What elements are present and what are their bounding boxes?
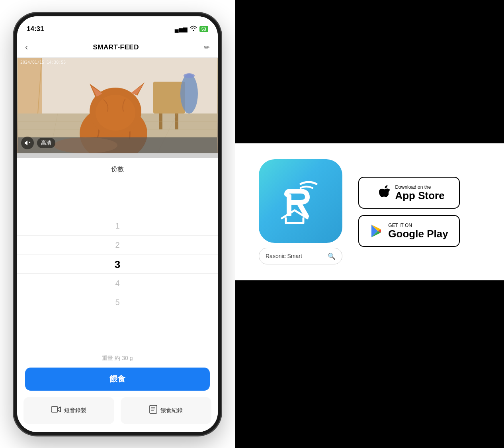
edit-button[interactable]: ✏ [204,43,210,52]
bottom-actions: 短音錄製 餵食紀錄 [17,397,218,432]
svg-rect-27 [51,407,58,412]
weight-label: 重量 約 30 g [17,352,218,368]
app-store-text-col: Download on the App Store [395,184,444,202]
nav-title: SMART-FEED [93,43,139,51]
right-panel: Rasonic Smart 🔍 Download on the App Stor… [235,0,504,448]
signal-icon: ▄▅▆ [175,26,188,32]
svg-point-7 [180,74,198,113]
status-icons: ▄▅▆ 53 [175,25,208,32]
svg-rect-28 [150,405,157,413]
picker-section: 份數 1 2 3 4 5 重量 約 30 g 餵食 [17,158,218,432]
back-button[interactable]: ‹ [25,42,28,53]
picker-item-4[interactable]: 4 [17,274,218,293]
feed-button[interactable]: 餵食 [25,368,210,391]
right-top-black [235,0,504,143]
status-time: 14:31 [27,25,175,33]
status-bar: 14:31 ▄▅▆ 53 [17,16,218,38]
picker-label: 份數 [17,158,218,178]
google-play-sub: GET IT ON [388,223,412,228]
phone-nav: ‹ SMART-FEED ✏ [17,38,218,58]
app-store-section: Rasonic Smart 🔍 Download on the App Stor… [235,143,504,280]
app-store-button[interactable]: Download on the App Store [358,177,460,209]
gray-separator [17,153,218,158]
wifi-icon [190,25,197,32]
feeding-record-label: 餵食紀錄 [160,407,183,414]
app-store-main: App Store [395,190,444,202]
video-feed: 2024/01/15 14:30:55 高清 [17,58,218,153]
google-play-main: Google Play [388,228,448,240]
store-buttons-col: Download on the App Store GET IT ON Goog… [358,177,460,247]
video-controls: 高清 [21,137,55,149]
phone-mockup: 14:31 ▄▅▆ 53 ‹ SMART-FEED ✏ [14,13,221,435]
picker-item-3-selected[interactable]: 3 [17,255,218,274]
feeding-record-button[interactable]: 餵食紀錄 [121,397,211,424]
app-icon-wrapper: Rasonic Smart 🔍 [259,159,342,264]
google-play-icon [370,224,384,238]
battery-badge: 53 [199,26,208,32]
svg-point-24 [54,137,117,153]
app-store-sub: Download on the [395,184,431,190]
svg-point-22 [96,95,135,131]
mute-button[interactable] [21,137,34,149]
app-search-bar[interactable]: Rasonic Smart 🔍 [259,248,342,264]
apple-icon [378,185,391,200]
record-icon [149,405,157,416]
short-recording-button[interactable]: 短音錄製 [23,397,114,424]
recording-icon [51,406,61,415]
svg-point-8 [184,73,195,78]
google-play-text-col: GET IT ON Google Play [388,223,448,240]
left-panel: 14:31 ▄▅▆ 53 ‹ SMART-FEED ✏ [0,0,235,448]
search-text: Rasonic Smart [266,253,302,259]
picker-wheel[interactable]: 1 2 3 4 5 [17,178,218,352]
picker-item-1[interactable]: 1 [17,217,218,236]
recording-label: 短音錄製 [64,407,86,414]
picker-item-5[interactable]: 5 [17,293,218,312]
search-icon[interactable]: 🔍 [328,252,336,260]
right-bottom-black [235,280,504,448]
quality-button[interactable]: 高清 [37,138,55,148]
picker-item-2[interactable]: 2 [17,236,218,255]
svg-rect-4 [153,82,185,113]
google-play-button[interactable]: GET IT ON Google Play [358,215,460,247]
video-timestamp: 2024/01/15 14:30:55 [20,60,66,65]
app-icon [259,159,342,243]
